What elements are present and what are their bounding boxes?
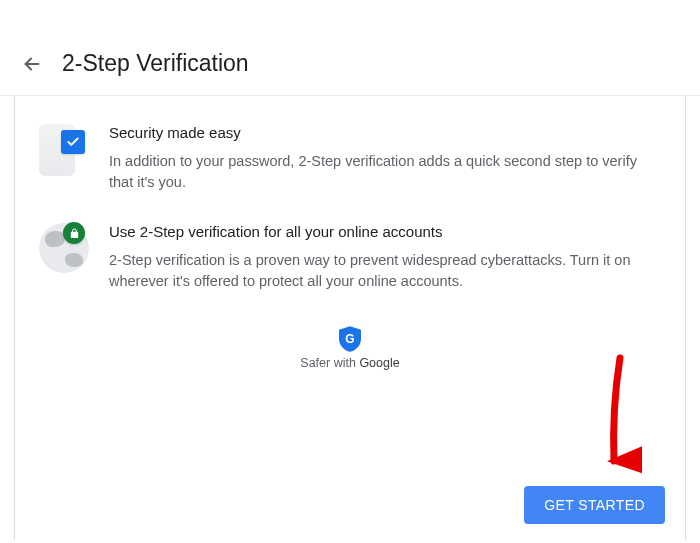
back-button[interactable] [20, 52, 44, 76]
safer-brand: Google [359, 356, 399, 370]
safer-text: Safer with Google [39, 356, 661, 370]
feature-description: In addition to your password, 2-Step ver… [109, 151, 641, 193]
feature-security-easy: Security made easy In addition to your p… [39, 124, 661, 193]
globe-lock-icon [39, 223, 91, 275]
feature-description: 2-Step verification is a proven way to p… [109, 250, 641, 292]
check-icon [66, 135, 80, 149]
safer-with-google: G Safer with Google [39, 326, 661, 370]
feature-all-accounts: Use 2-Step verification for all your onl… [39, 223, 661, 292]
page-header: 2-Step Verification [0, 32, 700, 96]
lock-icon [69, 228, 80, 239]
svg-text:G: G [345, 332, 354, 346]
shield-icon: G [339, 326, 361, 352]
phone-check-icon [39, 124, 91, 176]
content-card: Security made easy In addition to your p… [14, 96, 686, 540]
feature-title: Use 2-Step verification for all your onl… [109, 223, 641, 240]
feature-title: Security made easy [109, 124, 641, 141]
page-title: 2-Step Verification [62, 50, 249, 77]
arrow-left-icon [21, 53, 43, 75]
get-started-button[interactable]: GET STARTED [524, 486, 665, 524]
safer-prefix: Safer with [300, 356, 359, 370]
